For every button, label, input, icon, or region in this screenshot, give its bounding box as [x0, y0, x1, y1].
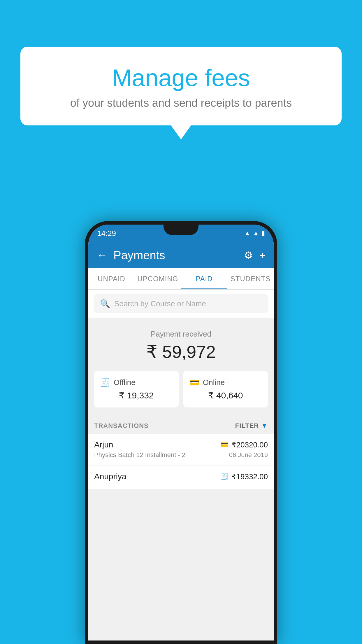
offline-card: 🧾 Offline ₹ 19,332: [94, 371, 179, 407]
payment-cards: 🧾 Offline ₹ 19,332 💳 Online ₹ 40,640: [94, 371, 268, 407]
settings-button[interactable]: ⚙: [244, 249, 253, 261]
back-button[interactable]: ←: [96, 249, 108, 262]
transaction-row-anupriya[interactable]: Anupriya 🧾 ₹19332.00: [88, 466, 274, 490]
bubble-subtitle: of your students and send receipts to pa…: [44, 97, 318, 109]
filter-label: FILTER: [235, 422, 259, 430]
filter-button[interactable]: FILTER ▼: [235, 422, 268, 430]
app-header: ← Payments ⚙ +: [88, 242, 274, 268]
transactions-label: TRANSACTIONS: [94, 422, 149, 430]
phone-screen: 14:29 ▲ ▲ ▮ ← Payments ⚙ + UNPAID UPCOMI…: [88, 225, 274, 640]
speech-bubble-container: Manage fees of your students and send re…: [20, 47, 342, 125]
transaction-course: Physics Batch 12 Installment - 2: [94, 451, 185, 459]
transaction-date: 06 June 2019: [229, 451, 268, 459]
signal-icon: ▲: [253, 230, 259, 237]
tab-upcoming[interactable]: UPCOMING: [135, 268, 181, 289]
online-card: 💳 Online ₹ 40,640: [183, 371, 268, 407]
search-container: 🔍 Search by Course or Name: [88, 290, 274, 318]
payment-received-label: Payment received: [94, 330, 268, 339]
header-icons: ⚙ +: [244, 249, 266, 261]
notch: [164, 225, 198, 235]
transaction-amount: ₹20320.00: [231, 440, 268, 449]
online-label: Online: [203, 378, 225, 387]
transaction-amount: ₹19332.00: [231, 472, 268, 481]
transaction-name: Anupriya: [94, 472, 126, 481]
status-icons: ▲ ▲ ▮: [244, 230, 265, 237]
transaction-name: Arjun: [94, 440, 113, 449]
page-title: Payments: [113, 249, 238, 262]
online-payment-icon: 💳: [221, 441, 229, 449]
add-button[interactable]: +: [260, 250, 266, 261]
payment-total: ₹ 59,972: [94, 342, 268, 362]
search-bar[interactable]: 🔍 Search by Course or Name: [94, 294, 268, 313]
phone-frame: 14:29 ▲ ▲ ▮ ← Payments ⚙ + UNPAID UPCOMI…: [85, 221, 277, 644]
offline-amount: ₹ 19,332: [100, 390, 173, 400]
tabs-bar: UNPAID UPCOMING PAID STUDENTS: [88, 268, 274, 290]
online-icon: 💳: [189, 378, 199, 387]
tab-paid[interactable]: PAID: [181, 268, 227, 289]
filter-icon: ▼: [261, 422, 268, 430]
search-icon: 🔍: [100, 299, 110, 309]
transaction-row-arjun[interactable]: Arjun 💳 ₹20320.00 Physics Batch 12 Insta…: [88, 434, 274, 466]
offline-icon: 🧾: [100, 378, 110, 387]
search-input[interactable]: Search by Course or Name: [114, 299, 206, 308]
offline-label: Offline: [114, 378, 136, 387]
tab-unpaid[interactable]: UNPAID: [88, 268, 135, 289]
transactions-header: TRANSACTIONS FILTER ▼: [88, 416, 274, 434]
wifi-icon: ▲: [244, 230, 250, 237]
payment-summary: Payment received ₹ 59,972 🧾 Offline ₹ 19…: [88, 318, 274, 416]
offline-payment-icon: 🧾: [221, 473, 229, 480]
bubble-title: Manage fees: [44, 64, 318, 92]
speech-bubble: Manage fees of your students and send re…: [20, 47, 342, 125]
status-bar: 14:29 ▲ ▲ ▮: [88, 225, 274, 242]
online-amount: ₹ 40,640: [189, 390, 262, 400]
status-time: 14:29: [97, 229, 116, 238]
tab-students[interactable]: STUDENTS: [227, 268, 274, 289]
battery-icon: ▮: [261, 230, 265, 237]
